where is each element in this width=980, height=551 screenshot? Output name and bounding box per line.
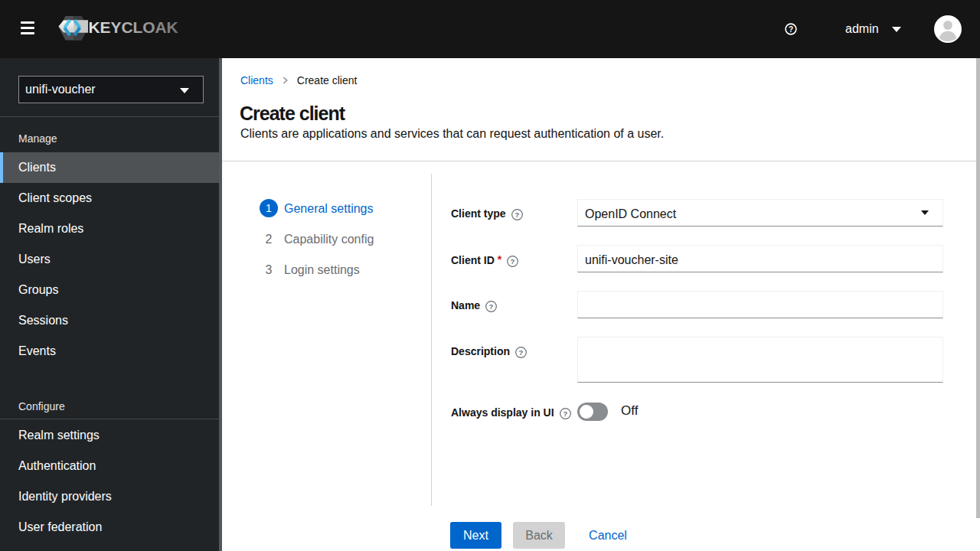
svg-text:?: ? bbox=[563, 409, 567, 418]
svg-text:?: ? bbox=[519, 348, 524, 357]
svg-text:?: ? bbox=[511, 257, 515, 266]
svg-text:KEYCLOAK: KEYCLOAK bbox=[89, 18, 178, 36]
svg-text:?: ? bbox=[789, 25, 793, 34]
svg-text:?: ? bbox=[514, 210, 519, 219]
svg-text:?: ? bbox=[489, 302, 494, 311]
